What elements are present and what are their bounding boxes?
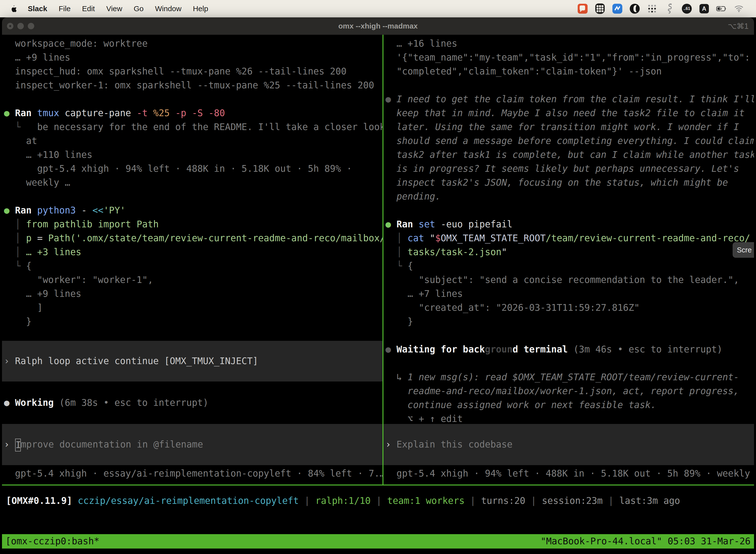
- text-segment: d: [512, 344, 523, 355]
- text-segment: ": [430, 233, 435, 243]
- right-prompt-input[interactable]: › Explain this codebase: [383, 424, 754, 465]
- text-segment: Ran: [15, 205, 37, 216]
- text-segment: {: [26, 261, 32, 271]
- left-model-status-line: gpt-5.4 xhigh · essay/ai-reimplementatio…: [4, 466, 382, 481]
- text-segment: -t: [137, 108, 153, 118]
- menu-item-help[interactable]: Help: [193, 4, 208, 13]
- terminal-line: … +110 lines: [4, 148, 382, 162]
- input-source-label: A: [699, 4, 709, 13]
- screenshot-tooltip: Scre: [733, 242, 754, 258]
- apple-menu-icon[interactable]: [10, 5, 16, 13]
- text-segment: └: [4, 122, 37, 132]
- text-segment: … +110 lines: [4, 150, 92, 160]
- right-terminal-pane[interactable]: … +16 lines '{"team_name":"my-team","tas…: [383, 35, 754, 485]
- terminal-line: readme-and-reco/mailbox/worker-1.json, a…: [385, 384, 754, 398]
- left-prompt-input[interactable]: › Improve documentation in @filename: [2, 424, 382, 465]
- wifi-icon[interactable]: [734, 3, 744, 14]
- terminal-line: │ tasks/task-2.json": [385, 245, 754, 259]
- text-segment: -: [81, 205, 92, 216]
- text-segment: ⌥ + ↑ edit: [385, 413, 463, 424]
- window-titlebar[interactable]: omx --xhigh --madmax ⌥⌘1: [2, 17, 754, 35]
- text-segment: ›: [385, 439, 397, 450]
- terminal-line: › Ralph loop active continue [OMX_TMUX_I…: [2, 354, 382, 368]
- percent-badge-icon[interactable]: ..61: [682, 3, 692, 14]
- text-segment: python3: [37, 205, 81, 216]
- text-segment: ↳: [385, 372, 407, 383]
- text-segment: inspect task2's JSON, focusing on the st…: [385, 177, 728, 188]
- terminal-line: continue assigned work or next feasible …: [385, 398, 754, 412]
- menu-item-window[interactable]: Window: [155, 4, 182, 13]
- text-segment: is in progress? It seems likely but perh…: [385, 163, 739, 174]
- tmux-host-clock-label: "MacBook-Pro-44.local" 05:03 31-Mar-26: [541, 534, 751, 549]
- text-segment: gpt-5.4 xhigh · 94% left · 488K in · 5.1…: [4, 163, 352, 174]
- tmux-pane-vertical-border[interactable]: [382, 35, 383, 485]
- text-segment: … +16 lines: [385, 38, 457, 49]
- text-segment: task2 after task1 is complete, but can I…: [385, 150, 754, 160]
- text-segment: <<: [92, 205, 104, 216]
- text-segment: │: [4, 247, 26, 258]
- text-segment: │: [4, 233, 26, 243]
- text-segment: from pathlib import Path: [26, 219, 159, 230]
- menu-item-app[interactable]: Slack: [28, 4, 47, 13]
- text-segment: … +7 lines: [385, 288, 463, 299]
- tmux-pane-horizontal-border[interactable]: [2, 485, 754, 486]
- text-segment: terminal: [523, 344, 573, 355]
- menu-item-view[interactable]: View: [106, 4, 122, 13]
- crescent-app-icon[interactable]: [630, 3, 640, 14]
- text-segment: … +9 lines: [4, 52, 70, 63]
- terminal-line: [OMX#0.11.9] cczip/essay/ai-reimplementa…: [6, 494, 754, 508]
- text-segment: cczip/essay/ai-reimplementation-copyleft: [78, 495, 304, 506]
- terminal-line: task2 after task1 is complete, but can I…: [385, 148, 754, 162]
- dots-grid-icon[interactable]: [647, 3, 657, 14]
- text-segment: ●: [385, 344, 397, 355]
- text-segment: ●: [4, 205, 15, 216]
- terminal-line: ]: [4, 301, 382, 315]
- terminal-line: │ p = Path('.omx/state/team/review-curre…: [4, 231, 382, 245]
- text-segment: └: [385, 261, 407, 271]
- blue-network-badge-icon[interactable]: [612, 3, 623, 14]
- text-segment: capture-pane: [65, 108, 137, 118]
- menu-item-go[interactable]: Go: [134, 4, 144, 13]
- terminal-line: "subject": "send a concise recommendatio…: [385, 273, 754, 287]
- text-segment: {: [407, 261, 413, 271]
- text-segment: set: [419, 219, 441, 230]
- text-segment: keep that in mind. Maybe I also need the…: [385, 108, 745, 118]
- text-segment: (3m 46s • esc to interrupt): [573, 344, 722, 355]
- text-segment: I need to get the claim token from the c…: [397, 94, 754, 105]
- terminal-line: … +9 lines: [4, 51, 382, 64]
- squiggle-app-icon[interactable]: [664, 3, 675, 14]
- battery-charging-icon[interactable]: [716, 3, 727, 14]
- text-segment: =: [37, 233, 48, 243]
- text-segment: session:23m: [542, 495, 608, 506]
- terminal-line: is in progress? It seems likely but perh…: [385, 162, 754, 176]
- terminal-line: should send a message before completing …: [385, 134, 754, 148]
- text-segment: $: [435, 233, 441, 243]
- terminal-line: "completed","claim_token":"claim-token"}…: [385, 64, 754, 78]
- text-segment: Working: [15, 397, 59, 408]
- tmux-session-label: [omx-cczip0:bash*: [5, 534, 100, 549]
- orange-chat-app-icon[interactable]: [577, 3, 588, 14]
- menu-item-file[interactable]: File: [59, 4, 70, 13]
- terminal-line: '{"team_name":"my-team","task_id":"1","f…: [385, 51, 754, 64]
- right-pane-scrollback: … +16 lines '{"team_name":"my-team","tas…: [385, 37, 754, 426]
- left-pane-scrollback: workspace_mode: worktree … +9 lines insp…: [4, 37, 382, 329]
- terminal-line: › Improve documentation in @filename: [2, 438, 382, 451]
- left-terminal-pane[interactable]: workspace_mode: worktree … +9 lines insp…: [2, 35, 382, 485]
- terminal-line: ● Waiting for background terminal (3m 46…: [385, 342, 754, 356]
- text-segment: gpt-5.4 xhigh · 94% left · 488K in · 5.1…: [385, 468, 754, 479]
- text-segment: OMX_TEAM_STATE_ROOT: [441, 233, 546, 243]
- text-segment: turns:20: [481, 495, 531, 506]
- terminal-line: ↳ 1 new msg(s): read $OMX_TEAM_STATE_ROO…: [385, 370, 754, 384]
- terminal-line: › Explain this codebase: [383, 438, 754, 451]
- menu-bar-status-icons: ..61 A: [577, 3, 756, 14]
- text-segment: |: [470, 495, 481, 506]
- text-segment: mprove documentation in @filename: [21, 439, 203, 450]
- menu-item-edit[interactable]: Edit: [82, 4, 95, 13]
- terminal-line: inspect_worker-1: omx sparkshell --tmux-…: [4, 78, 382, 92]
- keypad-shield-icon[interactable]: [595, 3, 605, 14]
- input-source-icon[interactable]: A: [699, 3, 709, 14]
- text-segment: Ralph loop active continue [OMX_TMUX_INJ…: [15, 356, 258, 366]
- text-segment: readme-and-reco/mailbox/worker-1.json, a…: [385, 386, 739, 396]
- text-segment: continue assigned work or next feasible …: [385, 400, 656, 410]
- terminal-line: ● I need to get the claim token from the…: [385, 92, 754, 106]
